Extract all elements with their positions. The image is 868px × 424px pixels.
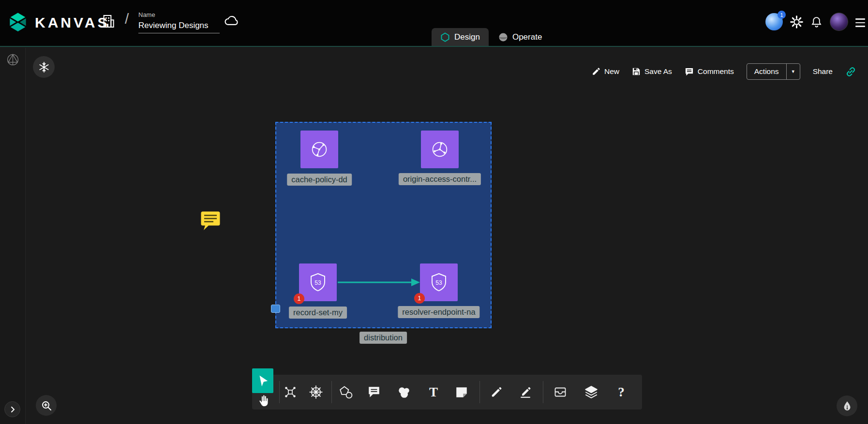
brand: KANVAS — [7, 12, 109, 34]
top-bar: KANVAS / Name — [0, 0, 868, 47]
comment-tool-icon — [367, 385, 381, 399]
toolbar-divider — [479, 381, 480, 403]
tool-drawer[interactable] — [554, 385, 567, 399]
provider-notification-badge: 1 — [778, 11, 786, 19]
notifications-button[interactable] — [810, 16, 823, 28]
comment-icon — [685, 67, 694, 76]
user-avatar[interactable] — [830, 13, 848, 31]
cursor-arrow-icon — [256, 374, 269, 388]
text-tool-glyph: T — [429, 385, 438, 400]
comments-button[interactable]: Comments — [685, 67, 734, 76]
sync-status-button[interactable] — [224, 14, 240, 28]
zoom-button[interactable] — [36, 395, 57, 416]
node-origin-access-control[interactable] — [421, 131, 459, 168]
operate-sphere-icon — [498, 32, 508, 42]
design-hexagon-icon — [440, 32, 450, 42]
tab-design[interactable]: Design — [432, 28, 489, 46]
bottom-toolbar: T — [252, 375, 642, 409]
meshery-logo-icon[interactable] — [6, 53, 19, 68]
tool-layers[interactable] — [584, 385, 599, 399]
cloud-icon — [224, 14, 240, 28]
pencil-icon — [592, 67, 600, 76]
zoom-in-icon — [41, 400, 52, 411]
shapes-icon — [339, 385, 353, 399]
tab-operate-label: Operate — [512, 32, 542, 42]
pen-nib-icon — [841, 400, 853, 412]
design-name-label: Name — [138, 11, 221, 18]
tool-shapes[interactable] — [339, 385, 353, 399]
design-name-field: Name — [138, 11, 221, 33]
node-label-origin-access[interactable]: origin-access-contr... — [399, 173, 481, 185]
status-badge[interactable]: 1 — [294, 293, 304, 304]
help-tool-glyph: ? — [618, 385, 625, 400]
building-icon — [101, 14, 116, 29]
node-label-resolver-endpoint[interactable]: resolver-endpoint-na — [398, 306, 479, 318]
brand-name: KANVAS — [35, 15, 109, 31]
tool-text[interactable]: T — [429, 385, 438, 400]
actions-caret[interactable]: ▼ — [786, 64, 800, 79]
share-button[interactable]: Share — [813, 67, 833, 76]
svg-text:53: 53 — [314, 279, 321, 286]
save-icon — [632, 67, 641, 76]
tool-help[interactable]: ? — [618, 385, 625, 400]
kanvas-app: KANVAS / Name — [0, 0, 868, 424]
chevron-right-icon — [9, 406, 16, 413]
comments-label: Comments — [698, 67, 734, 76]
comment-bubble-icon — [200, 211, 221, 231]
pencil-tool-icon — [490, 385, 503, 399]
svg-text:53: 53 — [435, 279, 442, 286]
layers-icon — [584, 385, 599, 399]
node-label-record-set[interactable]: record-set-my — [289, 307, 347, 319]
tool-pen[interactable] — [519, 385, 532, 399]
hamburger-icon — [855, 18, 865, 20]
expand-sidebar-button[interactable] — [4, 401, 20, 417]
actions-label: Actions — [747, 64, 786, 79]
node-record-set[interactable]: 53 — [299, 263, 337, 301]
snowflake-icon — [38, 61, 50, 73]
canvas-comment-marker[interactable] — [200, 211, 221, 232]
breadcrumb-separator: / — [125, 11, 129, 27]
ink-pen-button[interactable] — [837, 395, 857, 416]
toolbar-divider — [543, 381, 543, 403]
tab-operate[interactable]: Operate — [490, 28, 551, 46]
gear-icon — [790, 15, 803, 29]
tool-helm[interactable] — [309, 385, 323, 399]
status-badge[interactable]: 1 — [414, 293, 425, 304]
tool-sticky-note[interactable] — [455, 385, 468, 399]
tool-pan[interactable] — [255, 394, 269, 409]
organization-button[interactable] — [101, 14, 116, 29]
pen-tool-icon — [519, 385, 532, 399]
copy-link-button[interactable] — [845, 66, 856, 77]
header-right-icons: 1 — [765, 13, 865, 31]
tool-pencil[interactable] — [490, 385, 503, 399]
tool-comment[interactable] — [367, 385, 381, 399]
sticky-note-icon — [455, 385, 468, 399]
menu-button[interactable] — [855, 16, 865, 27]
new-design-button[interactable]: New — [592, 67, 619, 76]
save-as-button[interactable]: Save As — [632, 67, 672, 76]
hand-icon — [255, 394, 269, 408]
node-cache-policy[interactable] — [300, 131, 338, 168]
design-name-input[interactable] — [138, 20, 220, 33]
settings-button[interactable] — [790, 15, 803, 29]
cloudfront-globe-icon — [308, 138, 330, 161]
actions-dropdown-button[interactable]: Actions ▼ — [747, 63, 800, 80]
provider-account-button[interactable]: 1 — [765, 13, 783, 30]
node-label-cache-policy[interactable]: cache-policy-dd — [287, 174, 352, 186]
route53-shield-icon: 53 — [428, 272, 449, 293]
visibility-freeze-button[interactable] — [33, 56, 55, 78]
canvas-action-bar: New Save As Comments Actions ▼ Share — [592, 63, 856, 80]
bell-icon — [810, 16, 823, 28]
tool-component[interactable] — [284, 385, 297, 399]
tool-freeform-shape[interactable] — [397, 385, 411, 399]
cloudfront-globe-icon — [429, 138, 451, 161]
tab-design-label: Design — [454, 32, 480, 42]
tool-select[interactable] — [252, 368, 273, 393]
selection-handle[interactable] — [271, 305, 280, 313]
toolbar-divider — [331, 381, 332, 403]
component-nodes-icon — [284, 385, 297, 399]
helm-wheel-icon — [309, 385, 323, 399]
group-label-distribution[interactable]: distribution — [359, 332, 407, 344]
mode-tabs: Design Operate — [432, 28, 551, 46]
node-resolver-endpoint[interactable]: 53 — [420, 263, 458, 301]
